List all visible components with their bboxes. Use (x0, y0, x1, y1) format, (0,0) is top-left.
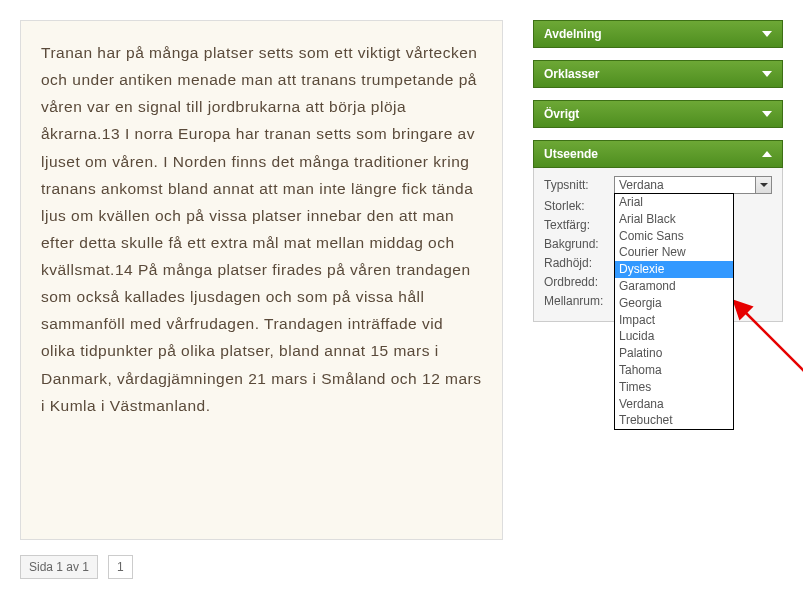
dropdown-option[interactable]: Times (615, 379, 733, 396)
chevron-down-icon (762, 111, 772, 117)
dropdown-option[interactable]: Arial (615, 194, 733, 211)
label-typsnitt: Typsnitt: (544, 178, 614, 192)
dropdown-option[interactable]: Arial Black (615, 211, 733, 228)
panel-header-utseende[interactable]: Utseende (533, 140, 783, 168)
chevron-down-icon (762, 31, 772, 37)
dropdown-option[interactable]: Impact (615, 312, 733, 329)
dropdown-option[interactable]: Courier New (615, 244, 733, 261)
dropdown-option[interactable]: Palatino (615, 345, 733, 362)
panel-ovrigt: Övrigt (533, 100, 783, 128)
dropdown-option[interactable]: Garamond (615, 278, 733, 295)
content-text: Tranan har på många platser setts som et… (41, 39, 482, 419)
panel-body-utseende: Typsnitt: Verdana ArialArial BlackComic … (533, 168, 783, 322)
pager-current[interactable]: 1 (108, 555, 133, 579)
label-radhojd: Radhöjd: (544, 256, 614, 270)
label-textfarg: Textfärg: (544, 218, 614, 232)
panel-orklasser: Orklasser (533, 60, 783, 88)
chevron-up-icon (762, 151, 772, 157)
pager-info: Sida 1 av 1 (20, 555, 98, 579)
dropdown-option[interactable]: Verdana (615, 396, 733, 413)
dropdown-option[interactable]: Dyslexie (615, 261, 733, 278)
chevron-down-icon (762, 71, 772, 77)
label-bakgrund: Bakgrund: (544, 237, 614, 251)
svg-line-0 (743, 310, 803, 400)
panel-title-ovrigt: Övrigt (544, 107, 579, 121)
dropdown-option[interactable]: Georgia (615, 295, 733, 312)
label-ordbredd: Ordbredd: (544, 275, 614, 289)
panel-header-ovrigt[interactable]: Övrigt (533, 100, 783, 128)
dropdown-option[interactable]: Lucida (615, 328, 733, 345)
label-storlek: Storlek: (544, 199, 614, 213)
row-typsnitt: Typsnitt: Verdana ArialArial BlackComic … (544, 176, 772, 194)
select-value-typsnitt: Verdana (619, 178, 664, 192)
panel-avdelning: Avdelning (533, 20, 783, 48)
dropdown-typsnitt: ArialArial BlackComic SansCourier NewDys… (614, 193, 734, 430)
select-typsnitt[interactable]: Verdana (614, 176, 772, 194)
dropdown-option[interactable]: Comic Sans (615, 228, 733, 245)
panel-title-avdelning: Avdelning (544, 27, 602, 41)
dropdown-option[interactable]: Trebuchet (615, 412, 733, 429)
panel-title-utseende: Utseende (544, 147, 598, 161)
dropdown-arrow-icon (755, 177, 771, 193)
panel-header-orklasser[interactable]: Orklasser (533, 60, 783, 88)
panel-title-orklasser: Orklasser (544, 67, 599, 81)
panel-utseende: Utseende Typsnitt: Verdana ArialArial Bl… (533, 140, 783, 322)
pager: Sida 1 av 1 1 (20, 555, 503, 579)
dropdown-option[interactable]: Tahoma (615, 362, 733, 379)
panel-header-avdelning[interactable]: Avdelning (533, 20, 783, 48)
label-mellanrum: Mellanrum: (544, 294, 614, 308)
content-box: Tranan har på många platser setts som et… (20, 20, 503, 540)
